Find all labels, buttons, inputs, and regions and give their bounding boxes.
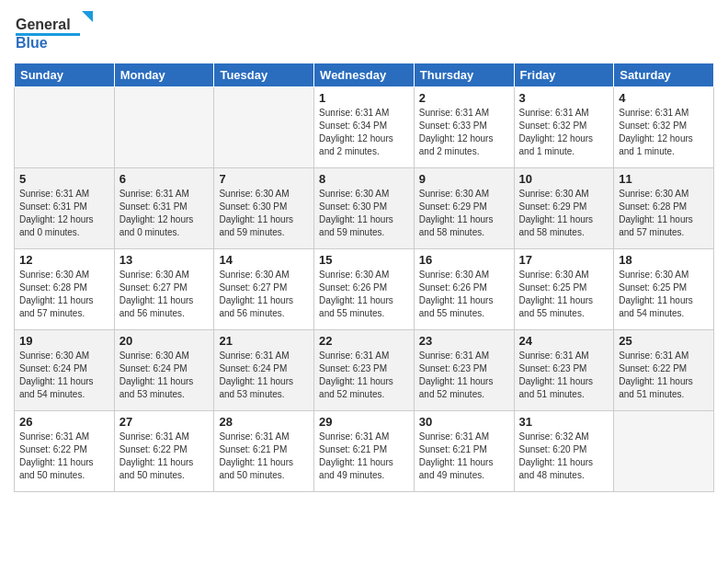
day-info: Sunrise: 6:31 AM Sunset: 6:21 PM Dayligh…: [419, 431, 509, 482]
calendar-cell: 16Sunrise: 6:30 AM Sunset: 6:26 PM Dayli…: [414, 249, 514, 330]
calendar-cell: 17Sunrise: 6:30 AM Sunset: 6:25 PM Dayli…: [514, 249, 614, 330]
day-info: Sunrise: 6:31 AM Sunset: 6:32 PM Dayligh…: [519, 107, 609, 158]
day-number: 1: [319, 91, 409, 105]
calendar-cell: 9Sunrise: 6:30 AM Sunset: 6:29 PM Daylig…: [414, 168, 514, 249]
day-number: 20: [119, 334, 210, 348]
weekday-header-row: SundayMondayTuesdayWednesdayThursdayFrid…: [15, 63, 714, 87]
calendar-table: SundayMondayTuesdayWednesdayThursdayFrid…: [14, 63, 714, 492]
calendar-cell: 4Sunrise: 6:31 AM Sunset: 6:32 PM Daylig…: [614, 87, 714, 168]
day-info: Sunrise: 6:31 AM Sunset: 6:31 PM Dayligh…: [119, 188, 210, 239]
day-number: 17: [519, 253, 609, 267]
day-info: Sunrise: 6:31 AM Sunset: 6:23 PM Dayligh…: [419, 350, 509, 401]
day-number: 28: [219, 415, 309, 429]
weekday-header: Saturday: [614, 63, 714, 87]
calendar-cell: [114, 87, 214, 168]
day-info: Sunrise: 6:31 AM Sunset: 6:31 PM Dayligh…: [19, 188, 109, 239]
day-info: Sunrise: 6:31 AM Sunset: 6:23 PM Dayligh…: [319, 350, 409, 401]
day-number: 11: [619, 172, 709, 186]
calendar-cell: 14Sunrise: 6:30 AM Sunset: 6:27 PM Dayli…: [214, 249, 314, 330]
day-number: 2: [419, 91, 509, 105]
day-info: Sunrise: 6:30 AM Sunset: 6:24 PM Dayligh…: [19, 350, 109, 401]
weekday-header: Wednesday: [314, 63, 415, 87]
calendar-cell: 3Sunrise: 6:31 AM Sunset: 6:32 PM Daylig…: [514, 87, 614, 168]
day-info: Sunrise: 6:31 AM Sunset: 6:24 PM Dayligh…: [219, 350, 309, 401]
day-info: Sunrise: 6:31 AM Sunset: 6:23 PM Dayligh…: [519, 350, 609, 401]
day-number: 8: [319, 172, 409, 186]
calendar-cell: 23Sunrise: 6:31 AM Sunset: 6:23 PM Dayli…: [414, 330, 514, 411]
day-number: 16: [419, 253, 509, 267]
day-info: Sunrise: 6:31 AM Sunset: 6:33 PM Dayligh…: [419, 107, 509, 158]
day-number: 23: [419, 334, 509, 348]
calendar-cell: 19Sunrise: 6:30 AM Sunset: 6:24 PM Dayli…: [15, 330, 115, 411]
day-info: Sunrise: 6:31 AM Sunset: 6:32 PM Dayligh…: [619, 107, 709, 158]
day-number: 4: [619, 91, 709, 105]
calendar-cell: 24Sunrise: 6:31 AM Sunset: 6:23 PM Dayli…: [514, 330, 614, 411]
calendar-week-row: 26Sunrise: 6:31 AM Sunset: 6:22 PM Dayli…: [15, 411, 714, 492]
day-info: Sunrise: 6:31 AM Sunset: 6:22 PM Dayligh…: [619, 350, 709, 401]
calendar-cell: 1Sunrise: 6:31 AM Sunset: 6:34 PM Daylig…: [314, 87, 415, 168]
calendar-cell: 12Sunrise: 6:30 AM Sunset: 6:28 PM Dayli…: [15, 249, 115, 330]
calendar-cell: 10Sunrise: 6:30 AM Sunset: 6:29 PM Dayli…: [514, 168, 614, 249]
day-info: Sunrise: 6:30 AM Sunset: 6:26 PM Dayligh…: [419, 269, 509, 320]
page-container: General Blue SundayMondayTuesdayWednesda…: [0, 0, 728, 501]
calendar-cell: 18Sunrise: 6:30 AM Sunset: 6:25 PM Dayli…: [614, 249, 714, 330]
calendar-cell: 6Sunrise: 6:31 AM Sunset: 6:31 PM Daylig…: [114, 168, 214, 249]
weekday-header: Thursday: [414, 63, 514, 87]
calendar-cell: 25Sunrise: 6:31 AM Sunset: 6:22 PM Dayli…: [614, 330, 714, 411]
day-info: Sunrise: 6:31 AM Sunset: 6:22 PM Dayligh…: [19, 431, 109, 482]
svg-marker-1: [82, 11, 93, 22]
calendar-week-row: 5Sunrise: 6:31 AM Sunset: 6:31 PM Daylig…: [15, 168, 714, 249]
day-info: Sunrise: 6:31 AM Sunset: 6:21 PM Dayligh…: [219, 431, 309, 482]
calendar-cell: [614, 411, 714, 492]
calendar-cell: 26Sunrise: 6:31 AM Sunset: 6:22 PM Dayli…: [15, 411, 115, 492]
day-info: Sunrise: 6:31 AM Sunset: 6:21 PM Dayligh…: [319, 431, 409, 482]
weekday-header: Monday: [114, 63, 214, 87]
day-number: 6: [119, 172, 210, 186]
day-info: Sunrise: 6:30 AM Sunset: 6:25 PM Dayligh…: [519, 269, 609, 320]
logo-svg: General Blue: [14, 9, 97, 55]
day-number: 19: [19, 334, 109, 348]
calendar-week-row: 19Sunrise: 6:30 AM Sunset: 6:24 PM Dayli…: [15, 330, 714, 411]
day-number: 24: [519, 334, 609, 348]
day-number: 9: [419, 172, 509, 186]
day-number: 30: [419, 415, 509, 429]
calendar-cell: 28Sunrise: 6:31 AM Sunset: 6:21 PM Dayli…: [214, 411, 314, 492]
day-number: 27: [119, 415, 210, 429]
day-number: 31: [519, 415, 609, 429]
calendar-cell: 2Sunrise: 6:31 AM Sunset: 6:33 PM Daylig…: [414, 87, 514, 168]
calendar-week-row: 1Sunrise: 6:31 AM Sunset: 6:34 PM Daylig…: [15, 87, 714, 168]
day-info: Sunrise: 6:30 AM Sunset: 6:30 PM Dayligh…: [219, 188, 309, 239]
calendar-cell: 15Sunrise: 6:30 AM Sunset: 6:26 PM Dayli…: [314, 249, 415, 330]
day-info: Sunrise: 6:30 AM Sunset: 6:29 PM Dayligh…: [519, 188, 609, 239]
calendar-cell: 5Sunrise: 6:31 AM Sunset: 6:31 PM Daylig…: [15, 168, 115, 249]
calendar-cell: 22Sunrise: 6:31 AM Sunset: 6:23 PM Dayli…: [314, 330, 415, 411]
calendar-cell: 31Sunrise: 6:32 AM Sunset: 6:20 PM Dayli…: [514, 411, 614, 492]
day-number: 5: [19, 172, 109, 186]
day-number: 25: [619, 334, 709, 348]
calendar-cell: 29Sunrise: 6:31 AM Sunset: 6:21 PM Dayli…: [314, 411, 415, 492]
day-number: 26: [19, 415, 109, 429]
day-number: 3: [519, 91, 609, 105]
day-info: Sunrise: 6:31 AM Sunset: 6:22 PM Dayligh…: [119, 431, 210, 482]
calendar-cell: 11Sunrise: 6:30 AM Sunset: 6:28 PM Dayli…: [614, 168, 714, 249]
day-info: Sunrise: 6:30 AM Sunset: 6:27 PM Dayligh…: [219, 269, 309, 320]
weekday-header: Friday: [514, 63, 614, 87]
day-number: 15: [319, 253, 409, 267]
day-info: Sunrise: 6:30 AM Sunset: 6:27 PM Dayligh…: [119, 269, 210, 320]
day-info: Sunrise: 6:30 AM Sunset: 6:24 PM Dayligh…: [119, 350, 210, 401]
calendar-cell: 27Sunrise: 6:31 AM Sunset: 6:22 PM Dayli…: [114, 411, 214, 492]
day-info: Sunrise: 6:30 AM Sunset: 6:25 PM Dayligh…: [619, 269, 709, 320]
day-info: Sunrise: 6:30 AM Sunset: 6:28 PM Dayligh…: [19, 269, 109, 320]
calendar-cell: 20Sunrise: 6:30 AM Sunset: 6:24 PM Dayli…: [114, 330, 214, 411]
day-info: Sunrise: 6:30 AM Sunset: 6:29 PM Dayligh…: [419, 188, 509, 239]
day-info: Sunrise: 6:32 AM Sunset: 6:20 PM Dayligh…: [519, 431, 609, 482]
calendar-cell: 8Sunrise: 6:30 AM Sunset: 6:30 PM Daylig…: [314, 168, 415, 249]
day-number: 13: [119, 253, 210, 267]
calendar-cell: 13Sunrise: 6:30 AM Sunset: 6:27 PM Dayli…: [114, 249, 214, 330]
day-number: 18: [619, 253, 709, 267]
calendar-cell: [214, 87, 314, 168]
day-info: Sunrise: 6:30 AM Sunset: 6:30 PM Dayligh…: [319, 188, 409, 239]
logo: General Blue: [14, 9, 97, 55]
weekday-header: Sunday: [15, 63, 115, 87]
weekday-header: Tuesday: [214, 63, 314, 87]
